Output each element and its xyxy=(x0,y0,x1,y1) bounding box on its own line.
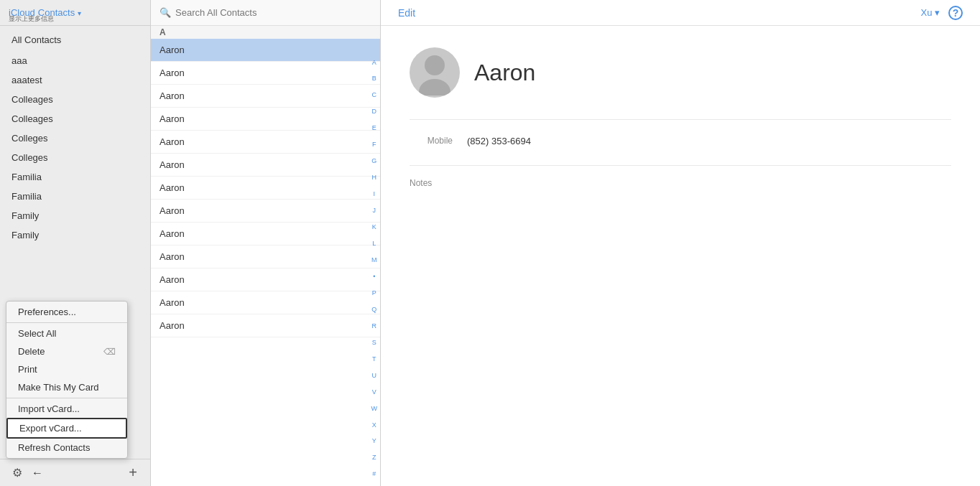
notes-label: Notes xyxy=(410,178,432,188)
alpha-index-t[interactable]: T xyxy=(370,356,379,363)
contact-hero: Aaron xyxy=(410,47,951,98)
svg-point-0 xyxy=(425,55,445,75)
menu-item-preferences[interactable]: Preferences... xyxy=(6,303,127,321)
menu-item-import-vcard[interactable]: Import vCard... xyxy=(6,400,127,418)
alpha-index-c[interactable]: C xyxy=(370,92,379,99)
alpha-index-b[interactable]: B xyxy=(370,75,379,83)
alpha-index-a[interactable]: A xyxy=(370,60,379,67)
avatar xyxy=(410,47,460,98)
search-input[interactable] xyxy=(175,7,371,18)
sidebar-item-colleages2[interactable]: Colleages xyxy=(0,109,150,128)
notes-section: Notes xyxy=(410,165,951,188)
help-button[interactable]: ? xyxy=(948,6,963,20)
alpha-index-hash[interactable]: # xyxy=(370,471,379,478)
contact-list-body: A Aaron Aaron Aaron Aaron Aaron Aaron Aa… xyxy=(151,26,380,486)
contact-item-5[interactable]: Aaron xyxy=(151,154,380,177)
contact-fields: Mobile (852) 353-6694 xyxy=(410,119,951,151)
menu-item-select-all[interactable]: Select All xyxy=(6,324,127,342)
contact-item-1[interactable]: Aaron xyxy=(151,62,380,85)
contact-list-panel: 🔍 A Aaron Aaron Aaron Aaron Aaron Aaron … xyxy=(151,0,381,486)
contact-item-7[interactable]: Aaron xyxy=(151,200,380,223)
context-menu: Preferences... Select All Delete ⌫ Print… xyxy=(6,301,128,459)
alpha-index-m[interactable]: M xyxy=(370,257,379,264)
sidebar-item-familia1[interactable]: Familia xyxy=(0,167,150,187)
sidebar-item-aaa[interactable]: aaa xyxy=(0,51,150,70)
search-icon: 🔍 xyxy=(160,7,171,18)
alpha-index: A B C D E F G H I J K L M • P Q R S T U xyxy=(370,52,379,486)
avatar-silhouette xyxy=(410,47,460,98)
sidebar-item-familia2[interactable]: Familia xyxy=(0,187,150,206)
contact-item-10[interactable]: Aaron xyxy=(151,268,380,291)
alpha-index-h[interactable]: H xyxy=(370,174,379,182)
delete-shortcut: ⌫ xyxy=(103,347,116,357)
menu-item-export-vcard[interactable]: Export vCard... xyxy=(6,418,127,439)
alpha-index-u[interactable]: U xyxy=(370,373,379,380)
xu-dropdown[interactable]: Xu ▾ xyxy=(920,7,940,18)
alpha-index-j[interactable]: J xyxy=(370,207,379,215)
menu-item-print[interactable]: Print xyxy=(6,360,127,378)
alpha-index-g[interactable]: G xyxy=(370,158,379,165)
alpha-index-dot[interactable]: • xyxy=(370,274,379,281)
sidebar-item-colleages1[interactable]: Colleages xyxy=(0,90,150,109)
gear-icon: ⚙ xyxy=(12,466,22,480)
sidebar-item-family1[interactable]: Family xyxy=(0,206,150,225)
arrow-icon: ← xyxy=(32,467,43,480)
search-bar: 🔍 xyxy=(151,0,380,26)
edit-button[interactable]: Edit xyxy=(398,7,415,19)
menu-separator-2 xyxy=(6,398,127,398)
sidebar-item-colleges1[interactable]: Colleges xyxy=(0,128,150,148)
menu-item-delete[interactable]: Delete ⌫ xyxy=(6,342,127,360)
mobile-label: Mobile xyxy=(410,136,453,146)
sidebar-item-colleges2[interactable]: Colleges xyxy=(0,148,150,167)
sidebar-item-all-contacts[interactable]: All Contacts xyxy=(0,29,150,51)
plus-icon: + xyxy=(129,464,137,481)
contact-name: Aaron xyxy=(474,60,535,86)
alpha-index-s[interactable]: S xyxy=(370,340,379,347)
menu-item-make-my-card[interactable]: Make This My Card xyxy=(6,378,127,396)
alpha-index-d[interactable]: D xyxy=(370,108,379,116)
contact-item-8[interactable]: Aaron xyxy=(151,223,380,246)
alpha-index-i[interactable]: I xyxy=(370,191,379,198)
alpha-index-p[interactable]: P xyxy=(370,290,379,297)
contact-item-0[interactable]: Aaron xyxy=(151,39,380,62)
sidebar-subtitle: 显示上更多信息 xyxy=(9,14,54,24)
alpha-index-r[interactable]: R xyxy=(370,323,379,330)
alpha-index-q[interactable]: Q xyxy=(370,307,379,314)
detail-panel: Edit Xu ▾ ? Aaron xyxy=(381,0,980,486)
contact-item-11[interactable]: Aaron xyxy=(151,291,380,314)
sidebar-item-aaatest[interactable]: aaatest xyxy=(0,70,150,90)
contact-item-4[interactable]: Aaron xyxy=(151,131,380,154)
alpha-index-k[interactable]: K xyxy=(370,224,379,231)
sidebar-item-family2[interactable]: Family xyxy=(0,225,150,245)
alpha-index-y[interactable]: Y xyxy=(370,438,379,445)
mobile-field-row: Mobile (852) 353-6694 xyxy=(410,131,951,151)
gear-button[interactable]: ⚙ xyxy=(9,464,26,482)
sidebar: iCloud Contacts ▾ 显示上更多信息 All Contacts a… xyxy=(0,0,151,486)
alpha-index-f[interactable]: F xyxy=(370,141,379,149)
alpha-index-w[interactable]: W xyxy=(370,406,379,413)
svg-point-1 xyxy=(419,79,450,95)
alpha-index-x[interactable]: X xyxy=(370,422,379,429)
menu-item-refresh-contacts[interactable]: Refresh Contacts xyxy=(6,439,127,457)
alpha-header-a: A xyxy=(151,26,380,39)
detail-header: Edit Xu ▾ ? xyxy=(381,0,980,26)
menu-separator-1 xyxy=(6,322,127,323)
app-container: iCloud Contacts ▾ 显示上更多信息 All Contacts a… xyxy=(0,0,980,486)
alpha-index-v[interactable]: V xyxy=(370,389,379,396)
contact-item-3[interactable]: Aaron xyxy=(151,108,380,131)
alpha-index-l[interactable]: L xyxy=(370,240,379,248)
contact-item-6[interactable]: Aaron xyxy=(151,177,380,200)
detail-body: Aaron Mobile (852) 353-6694 Notes xyxy=(381,26,980,486)
add-contact-button[interactable]: + xyxy=(124,464,142,482)
sidebar-footer: ⚙ ← + xyxy=(0,459,150,486)
alpha-index-e[interactable]: E xyxy=(370,125,379,132)
sidebar-header: iCloud Contacts ▾ 显示上更多信息 xyxy=(0,0,150,26)
contact-item-2[interactable]: Aaron xyxy=(151,85,380,108)
mobile-value: (852) 353-6694 xyxy=(467,136,531,146)
contact-item-9[interactable]: Aaron xyxy=(151,246,380,268)
alpha-index-z[interactable]: Z xyxy=(370,454,379,462)
contact-item-12[interactable]: Aaron xyxy=(151,314,380,337)
